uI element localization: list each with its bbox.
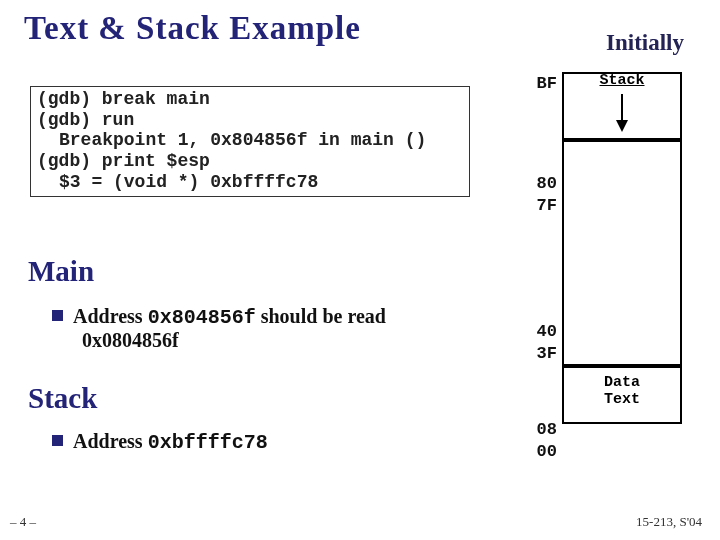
addr-label: 08 (525, 420, 557, 442)
addr-label: 40 (525, 322, 557, 344)
gap-segment (562, 338, 682, 366)
data-text-segment-label: Data Text (564, 374, 680, 409)
gdb-line: (gdb) break main (37, 89, 465, 110)
gdb-line: (gdb) print $esp (37, 151, 465, 172)
svg-marker-1 (616, 120, 628, 132)
bullet-continuation: 0x0804856f (82, 329, 492, 352)
slide: Text & Stack Example Initially (gdb) bre… (0, 0, 720, 540)
gap-segment (562, 140, 682, 168)
addr-label: BF (525, 74, 557, 96)
gdb-line: $3 = (void *) 0xbffffc78 (37, 172, 465, 193)
address-column: BF 80 7F 40 3F 08 00 (525, 74, 557, 464)
arrow-down-icon (613, 92, 631, 132)
gap-segment (562, 168, 682, 338)
addr-label: 80 (525, 174, 557, 196)
stack-segment-label: Stack (564, 72, 680, 89)
bullet-icon (52, 435, 63, 446)
bullet-stack-address: Address 0xbffffc78 (52, 430, 492, 454)
gdb-line: (gdb) run (37, 110, 465, 131)
bullet-main-address: Address 0x804856f should be read 0x08048… (52, 305, 492, 352)
addr-label: 00 (525, 442, 557, 464)
bullet-icon (52, 310, 63, 321)
addr-label: 7F (525, 196, 557, 218)
data-text-segment: Data Text (562, 366, 682, 424)
gdb-line: Breakpoint 1, 0x804856f in main () (37, 130, 465, 151)
section-stack-heading: Stack (28, 382, 97, 415)
stack-segment: Stack (562, 72, 682, 140)
course-footer: 15-213, S'04 (636, 514, 702, 530)
page-number: – 4 – (10, 514, 36, 530)
memory-diagram: Stack Data Text (562, 72, 682, 424)
bullet-text: Address 0x804856f should be read (73, 305, 386, 327)
section-main-heading: Main (28, 255, 94, 288)
bullet-text: Address 0xbffffc78 (73, 430, 268, 452)
addr-label: 3F (525, 344, 557, 366)
page-title: Text & Stack Example (24, 10, 700, 47)
initially-label: Initially (606, 30, 684, 56)
gdb-output-box: (gdb) break main (gdb) run Breakpoint 1,… (30, 86, 470, 197)
